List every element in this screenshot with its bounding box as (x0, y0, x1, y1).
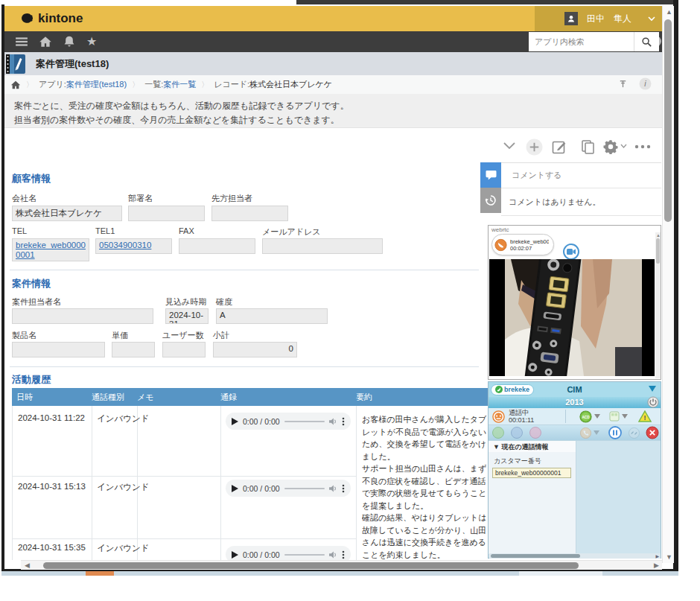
scroll-left-button[interactable]: ◀ (25, 562, 30, 569)
status-available-icon[interactable] (492, 427, 504, 439)
pin-icon[interactable] (618, 79, 628, 89)
player-menu-icon[interactable] (342, 550, 345, 559)
expected-period-field: 2024-10-31 (165, 308, 209, 324)
taskbar-strip (1, 571, 678, 576)
description-line-2: 担当者別の案件数やその確度、今月の売上金額などを集計することもできます。 (14, 113, 663, 127)
player-seekbar[interactable] (284, 488, 325, 489)
company-field: 株式会社日本ブレケケ (12, 206, 122, 221)
cim-scroll-thumb[interactable] (491, 554, 580, 558)
app-description: 案件ごとに、受注の確度や金額はもちろん、活動の履歴も記録できるアプリです。 担当… (4, 94, 663, 128)
screen: kintone 田中 隼人 ★ ? アプリ内検 (0, 0, 700, 601)
duplicate-record-button[interactable] (581, 139, 595, 154)
tel-label: TEL (12, 226, 27, 235)
scroll-right-button[interactable]: ▶ (654, 562, 659, 569)
activity-row-calltype: インバウンド (97, 482, 150, 493)
search-icon (641, 36, 652, 48)
col-header-summary: 要約 (356, 392, 372, 403)
player-time: 0:00 / 0:00 (243, 550, 280, 559)
comment-tab[interactable] (480, 162, 501, 188)
agent-status-icon[interactable] (492, 410, 505, 423)
activity-row-datetime: 2024-10-31 11:22 (18, 413, 85, 422)
scroll-down-button[interactable]: ▼ (666, 554, 672, 561)
search-button[interactable] (634, 32, 659, 51)
volume-icon[interactable] (329, 485, 337, 492)
comment-input[interactable]: コメントする (501, 163, 661, 188)
home-icon[interactable] (39, 35, 52, 48)
queue-chevron-icon[interactable] (622, 414, 628, 419)
comment-empty-text: コメントはありません。 (509, 197, 601, 208)
video-camera-button[interactable] (563, 244, 579, 260)
play-icon[interactable] (232, 485, 238, 492)
play-icon[interactable] (232, 551, 238, 559)
acd-chevron-icon[interactable] (594, 414, 600, 419)
scroll-up-button[interactable]: ▲ (666, 9, 672, 16)
collapse-chevron-icon[interactable] (503, 141, 516, 150)
audio-player[interactable]: 0:00 / 0:00 (226, 480, 351, 497)
player-seekbar[interactable] (284, 554, 325, 556)
breadcrumb-app-link[interactable]: 案件管理(test18) (66, 79, 127, 90)
extension-bar: 2013 (489, 397, 661, 408)
tel1-field: 05034900310 (95, 238, 172, 254)
edit-record-button[interactable] (552, 139, 567, 154)
volume-icon[interactable] (329, 551, 337, 559)
app-search-input[interactable]: アプリ内検索 (529, 32, 634, 51)
dial-phone-button[interactable] (580, 427, 591, 439)
cim-scrollbar[interactable]: ▶ (489, 553, 661, 559)
hold-pause-button[interactable] (608, 426, 622, 439)
call-summary-text: お客様の田中さんが購入したタブレットが不良品で電源が入らないため、交換を希望して… (362, 413, 487, 560)
user-menu[interactable]: 田中 隼人 (535, 6, 663, 31)
warning-triangle-icon[interactable]: ! (638, 410, 652, 422)
activity-row-datetime: 2024-10-31 15:35 (18, 543, 86, 552)
active-call-pill[interactable]: brekeke_web0000 00:02:07 (491, 234, 554, 255)
tel1-link[interactable]: 05034900310 (99, 241, 151, 249)
play-icon[interactable] (232, 418, 238, 425)
dial-chevron-icon[interactable] (594, 430, 599, 435)
record-settings-gear-button[interactable] (603, 139, 618, 154)
department-field (128, 206, 205, 221)
page-vertical-scrollbar[interactable]: ▲ ▼ (662, 6, 674, 563)
more-options-button[interactable] (634, 144, 651, 149)
status-away-icon[interactable] (511, 427, 523, 439)
customer-number-label: カスタマー番号 (494, 457, 576, 465)
volume-icon[interactable] (329, 418, 337, 425)
cim-header: brekeke CIM (489, 382, 661, 397)
breadcrumb-list-link[interactable]: 案件一覧 (163, 79, 196, 90)
status-busy-icon[interactable] (529, 427, 541, 439)
tel-link[interactable]: brekeke_web00000001 (16, 241, 86, 260)
page-horizontal-scrollbar[interactable]: ◀ ▶ (21, 560, 662, 570)
horizontal-scroll-thumb[interactable] (43, 562, 579, 569)
queue-monitor-button[interactable] (609, 411, 620, 422)
webrtc-window: webrtc brekeke_web0000 00:02:07 ▣ ▲ (488, 225, 661, 380)
subtotal-field: 0 (213, 342, 297, 357)
table-column-line (220, 406, 221, 560)
vertical-scroll-thumb[interactable] (664, 19, 672, 222)
webrtc-scrollbar[interactable]: ▲ (655, 232, 661, 378)
breadcrumb-home-icon[interactable] (10, 80, 21, 90)
gear-chevron-down-icon[interactable] (620, 144, 627, 149)
add-record-button[interactable] (526, 139, 543, 156)
cim-collapse-chevron-icon[interactable] (649, 386, 656, 392)
kintone-header: kintone 田中 隼人 (4, 6, 663, 31)
breadcrumb: 〉 アプリ: 案件管理(test18) 〉 一覧: 案件一覧 〉 レコード: 株… (4, 75, 663, 95)
player-seekbar[interactable] (284, 421, 325, 422)
transfer-button[interactable] (629, 427, 640, 439)
hangup-button[interactable] (646, 426, 659, 439)
webrtc-scroll-thumb[interactable] (656, 238, 660, 264)
audio-player[interactable]: 0:00 / 0:00 (226, 413, 351, 430)
email-label: メールアドレス (262, 226, 321, 238)
acd-status-button[interactable]: ACD (579, 410, 592, 423)
kintone-logo[interactable]: kintone (21, 11, 83, 26)
favorites-star-icon[interactable]: ★ (86, 35, 97, 48)
notification-bell-icon[interactable] (63, 35, 76, 48)
history-tab[interactable] (480, 188, 501, 213)
info-icon[interactable]: i (639, 77, 652, 90)
breadcrumb-record-prefix: レコード: (214, 79, 249, 90)
player-menu-icon[interactable] (342, 484, 345, 493)
customer-number-field[interactable]: brekeke_web00000001 (492, 468, 571, 478)
section-divider (10, 366, 479, 367)
hamburger-menu-icon[interactable] (15, 35, 28, 48)
app-title-bar: 案件管理(test18) (4, 52, 663, 76)
cim-scroll-right-arrow[interactable]: ▶ (655, 553, 659, 560)
player-menu-icon[interactable] (342, 417, 345, 426)
power-button[interactable] (647, 396, 659, 408)
